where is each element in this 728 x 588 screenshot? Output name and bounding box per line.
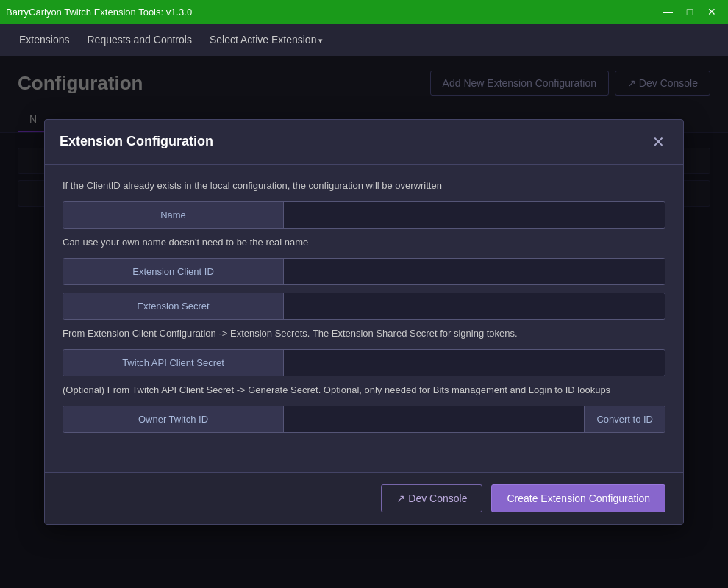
convert-to-id-button[interactable]: Convert to ID — [584, 406, 665, 432]
modal-footer: ↗ Dev Console Create Extension Configura… — [45, 472, 683, 524]
secret-input[interactable] — [284, 293, 665, 319]
api-secret-field-row: Twitch API Client Secret — [63, 349, 665, 376]
modal-close-button[interactable]: ✕ — [648, 132, 668, 152]
modal-title: Extension Configuration — [60, 134, 213, 149]
owner-id-label: Owner Twitch ID — [63, 406, 284, 432]
create-extension-config-button[interactable]: Create Extension Configuration — [491, 484, 665, 512]
client-id-input[interactable] — [284, 259, 665, 284]
client-id-field-row: Extension Client ID — [63, 258, 665, 285]
client-id-label: Extension Client ID — [63, 259, 284, 284]
title-bar: BarryCarlyon Twitch Extension Tools: v1.… — [0, 0, 728, 24]
main-content: Configuration Add New Extension Configur… — [0, 56, 728, 588]
name-field-row: Name — [63, 201, 665, 229]
maximize-button[interactable]: □ — [679, 4, 700, 19]
minimize-button[interactable]: — — [657, 4, 678, 19]
modal-dialog: Extension Configuration ✕ If the ClientI… — [44, 119, 684, 526]
menu-bar: Extensions Requests and Controls Select … — [0, 24, 728, 56]
api-secret-input[interactable] — [284, 350, 665, 376]
modal-header: Extension Configuration ✕ — [45, 120, 683, 165]
info-name: Can use your own name doesn't need to be… — [63, 236, 665, 249]
api-secret-label: Twitch API Client Secret — [63, 350, 284, 376]
secret-label: Extension Secret — [63, 293, 284, 319]
name-input[interactable] — [284, 202, 665, 228]
menu-select-extension[interactable]: Select Active Extension — [202, 29, 331, 50]
divider — [63, 445, 665, 445]
owner-id-input[interactable] — [284, 406, 584, 432]
modal-body: If the ClientID already exists in the lo… — [45, 165, 683, 473]
menu-extensions[interactable]: Extensions — [12, 29, 76, 50]
name-label: Name — [63, 202, 284, 228]
title-bar-text: BarryCarlyon Twitch Extension Tools: v1.… — [6, 7, 192, 18]
modal-overlay: Extension Configuration ✕ If the ClientI… — [0, 56, 728, 588]
close-button[interactable]: ✕ — [702, 4, 722, 19]
owner-id-field-row: Owner Twitch ID Convert to ID — [63, 406, 665, 433]
footer-dev-console-button[interactable]: ↗ Dev Console — [381, 484, 482, 512]
title-bar-controls: — □ ✕ — [657, 4, 722, 19]
app: Extensions Requests and Controls Select … — [0, 24, 728, 588]
info-api-secret: (Optional) From Twitch API Client Secret… — [63, 384, 665, 397]
info-overwrite: If the ClientID already exists in the lo… — [63, 179, 665, 193]
secret-field-row: Extension Secret — [63, 293, 665, 320]
info-secret: From Extension Client Configuration -> E… — [63, 327, 665, 340]
menu-requests[interactable]: Requests and Controls — [79, 29, 199, 50]
